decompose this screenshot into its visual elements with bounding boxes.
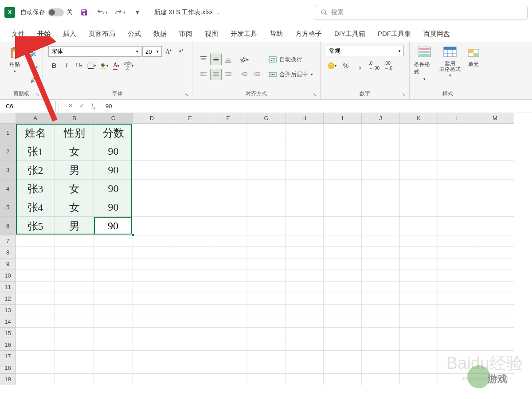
cell[interactable] [362, 328, 400, 339]
cell[interactable] [438, 142, 476, 161]
percent-button[interactable]: % [340, 60, 352, 71]
cell[interactable] [209, 374, 247, 385]
cell[interactable] [247, 282, 286, 293]
cell[interactable] [16, 235, 55, 247]
cell[interactable] [286, 362, 324, 374]
cell[interactable] [247, 339, 286, 351]
increase-decimal-button[interactable]: .0←.00 [368, 60, 380, 71]
cell[interactable] [171, 339, 209, 351]
cell[interactable] [438, 351, 476, 362]
cell[interactable] [209, 161, 247, 180]
conditional-format-button[interactable]: 条件格式 ▾ [413, 44, 435, 90]
cell[interactable] [324, 305, 362, 316]
row-header[interactable]: 9 [0, 258, 16, 270]
cell-styles-button[interactable]: 单元 [465, 44, 482, 90]
comma-button[interactable]: , [354, 60, 366, 71]
decrease-font-button[interactable]: A▾ [175, 46, 187, 57]
cell[interactable] [324, 198, 362, 217]
cell[interactable] [324, 362, 362, 374]
column-header[interactable]: L [438, 113, 476, 124]
cell[interactable] [209, 339, 247, 351]
cell[interactable] [133, 339, 171, 351]
cell[interactable]: 张4 [16, 198, 55, 217]
cell[interactable] [247, 198, 286, 217]
cell[interactable] [171, 270, 209, 282]
filename-label[interactable]: 新建 XLS 工作表.xlsx ⌄ [154, 8, 220, 16]
cell[interactable] [362, 142, 400, 161]
cell[interactable] [133, 362, 171, 374]
cell[interactable] [247, 293, 286, 305]
cell[interactable] [286, 161, 324, 180]
increase-indent-button[interactable] [251, 69, 262, 80]
cell[interactable] [171, 124, 209, 142]
row-header[interactable]: 6 [0, 217, 16, 235]
cell[interactable] [324, 258, 362, 270]
cell[interactable] [247, 316, 286, 328]
cell[interactable] [55, 270, 94, 282]
cell[interactable] [362, 198, 400, 217]
cell[interactable] [438, 198, 476, 217]
cell[interactable] [55, 316, 94, 328]
cell[interactable] [438, 161, 476, 180]
cell[interactable] [171, 142, 209, 161]
cell[interactable] [16, 293, 55, 305]
cell[interactable] [94, 258, 133, 270]
copy-button[interactable]: ▾ [27, 61, 39, 73]
cell[interactable] [476, 339, 514, 351]
merge-center-button[interactable]: 合并后居中 ▾ [267, 69, 315, 80]
cell[interactable] [247, 180, 286, 198]
cell[interactable]: 张5 [16, 217, 55, 235]
column-header[interactable]: B [55, 113, 94, 124]
cell[interactable]: 张3 [16, 180, 55, 198]
cell[interactable] [476, 328, 514, 339]
decrease-decimal-button[interactable]: .00→.0 [383, 60, 394, 71]
cell[interactable] [476, 142, 514, 161]
cell[interactable]: 90 [94, 217, 133, 235]
cell[interactable] [476, 282, 514, 293]
select-all-corner[interactable] [0, 113, 16, 124]
dialog-launcher[interactable]: ⤡ [35, 92, 41, 98]
cell[interactable] [324, 339, 362, 351]
cell[interactable] [438, 316, 476, 328]
cell[interactable] [324, 235, 362, 247]
cell[interactable] [247, 351, 286, 362]
cell[interactable] [94, 316, 133, 328]
cell[interactable] [400, 217, 438, 235]
cell[interactable] [400, 339, 438, 351]
cell[interactable] [400, 161, 438, 180]
cell[interactable] [286, 328, 324, 339]
cell[interactable] [209, 282, 247, 293]
cell[interactable] [209, 258, 247, 270]
cell[interactable] [171, 235, 209, 247]
cell[interactable] [362, 235, 400, 247]
cell[interactable] [16, 362, 55, 374]
cell[interactable] [400, 124, 438, 142]
tab-DIY工具箱[interactable]: DIY工具箱 [328, 26, 372, 42]
cell[interactable] [133, 142, 171, 161]
row-header[interactable]: 5 [0, 198, 16, 217]
cell[interactable] [209, 328, 247, 339]
cell[interactable] [94, 305, 133, 316]
cell[interactable] [247, 270, 286, 282]
cell[interactable] [171, 180, 209, 198]
cell[interactable] [247, 328, 286, 339]
cell[interactable] [171, 351, 209, 362]
row-header[interactable]: 14 [0, 316, 16, 328]
cell[interactable] [438, 374, 476, 385]
format-painter-button[interactable] [27, 74, 39, 86]
cell[interactable] [400, 180, 438, 198]
cell[interactable] [400, 351, 438, 362]
cell[interactable] [94, 293, 133, 305]
cell[interactable] [247, 235, 286, 247]
cell[interactable] [247, 161, 286, 180]
italic-button[interactable]: I [61, 60, 72, 71]
cell[interactable] [362, 217, 400, 235]
cell[interactable] [94, 235, 133, 247]
row-header[interactable]: 12 [0, 293, 16, 305]
paste-button[interactable]: 粘贴 ▾ [4, 44, 26, 90]
cell[interactable] [476, 374, 514, 385]
cell[interactable] [476, 270, 514, 282]
cell[interactable] [324, 161, 362, 180]
cell[interactable] [324, 270, 362, 282]
tab-视图[interactable]: 视图 [199, 26, 224, 42]
